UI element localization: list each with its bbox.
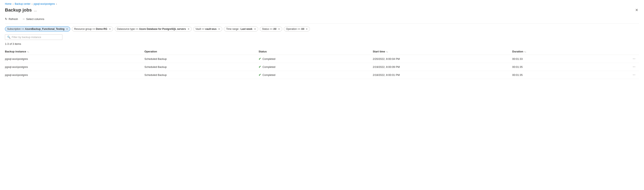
page-title: Backup jobs xyxy=(5,8,32,13)
col-header-start_time[interactable]: Start time↑↓ xyxy=(373,48,512,55)
col-header-duration[interactable]: Duration↑↓ xyxy=(512,48,601,55)
filter-chip-resource_group[interactable]: Resource group == Demo-RG✕ xyxy=(72,27,113,32)
row-more-icon[interactable]: ··· xyxy=(632,73,636,77)
toolbar: ↻ Refresh → Select columns xyxy=(5,17,639,24)
cell-duration: 00:01:35 xyxy=(512,63,601,71)
breadcrumb-sep-2: › xyxy=(32,3,32,5)
filter-chip-datasource_type[interactable]: Datasource type == Azure Database for Po… xyxy=(115,27,192,32)
cell-row-more[interactable]: ··· xyxy=(601,55,639,63)
col-header-actions xyxy=(601,48,639,55)
row-more-icon[interactable]: ··· xyxy=(632,65,636,69)
cell-instance: pgsql-wus\postgres xyxy=(5,63,144,71)
status-completed: ✔Completed xyxy=(258,73,370,77)
backup-jobs-table: Backup instance↑↓OperationStatusStart ti… xyxy=(5,48,639,79)
more-options-icon[interactable]: ... xyxy=(34,8,37,12)
filters-row: Subscription == AzureBackup_Functional_T… xyxy=(5,27,639,32)
refresh-button[interactable]: ↻ Refresh xyxy=(5,17,18,21)
cell-start_time: 2/20/2022, 8:00:04 PM xyxy=(373,55,512,63)
filter-chip-time_range[interactable]: Time range : Last week✕ xyxy=(224,27,258,32)
cell-status: ✔Completed xyxy=(258,55,373,63)
cell-duration: 00:01:33 xyxy=(512,55,601,63)
cell-start_time: 2/18/2022, 8:00:01 PM xyxy=(373,71,512,79)
status-completed-icon: ✔ xyxy=(258,57,261,61)
status-completed: ✔Completed xyxy=(258,65,370,69)
filter-chip-close-status[interactable]: ✕ xyxy=(278,28,280,31)
breadcrumb-sep-1: › xyxy=(13,3,14,5)
col-header-status: Status xyxy=(258,48,373,55)
table-row[interactable]: pgsql-wus\postgresScheduled Backup✔Compl… xyxy=(5,63,639,71)
cell-duration: 00:01:35 xyxy=(512,71,601,79)
select-columns-label: Select columns xyxy=(26,18,44,21)
breadcrumb-instance[interactable]: pgsql-wus\postgres xyxy=(34,3,55,5)
cell-instance: pgsql-wus\postgres xyxy=(5,71,144,79)
filter-chip-close-operation[interactable]: ✕ xyxy=(306,28,308,31)
close-button[interactable]: ✕ xyxy=(634,7,639,13)
col-header-operation: Operation xyxy=(144,48,258,55)
cell-instance: pgsql-wus\postgres xyxy=(5,55,144,63)
page-header: Backup jobs ... ✕ xyxy=(5,7,639,13)
page-header-left: Backup jobs ... xyxy=(5,8,37,13)
cell-status: ✔Completed xyxy=(258,71,373,79)
filter-chip-vault[interactable]: Vault == vault-wus✕ xyxy=(193,27,222,32)
status-completed: ✔Completed xyxy=(258,57,370,61)
refresh-icon: ↻ xyxy=(5,17,8,21)
sort-icon-instance: ↑↓ xyxy=(27,50,29,53)
filter-chip-subscription[interactable]: Subscription == AzureBackup_Functional_T… xyxy=(5,27,70,32)
cell-row-more[interactable]: ··· xyxy=(601,63,639,71)
item-count: 1-3 of 3 items xyxy=(5,42,639,46)
filter-chip-close-vault[interactable]: ✕ xyxy=(218,28,220,31)
breadcrumb: Home › Backup center › pgsql-wus\postgre… xyxy=(5,3,639,5)
cell-operation: Scheduled Backup xyxy=(144,55,258,63)
columns-icon: → xyxy=(22,17,25,21)
breadcrumb-backup-center[interactable]: Backup center xyxy=(15,3,30,5)
filter-chip-close-datasource_type[interactable]: ✕ xyxy=(188,28,190,31)
breadcrumb-sep-3: › xyxy=(56,3,57,5)
search-input[interactable] xyxy=(12,36,60,39)
sort-icon-start_time: ↑↓ xyxy=(386,50,388,53)
row-more-icon[interactable]: ··· xyxy=(632,57,636,61)
sort-icon-duration: ↑↓ xyxy=(524,50,526,53)
filter-chip-close-time_range[interactable]: ✕ xyxy=(254,28,256,31)
refresh-label: Refresh xyxy=(8,18,18,21)
table-row[interactable]: pgsql-wus\postgresScheduled Backup✔Compl… xyxy=(5,71,639,79)
col-header-instance[interactable]: Backup instance↑↓ xyxy=(5,48,144,55)
cell-operation: Scheduled Backup xyxy=(144,63,258,71)
status-completed-icon: ✔ xyxy=(258,65,261,69)
search-icon: 🔍 xyxy=(7,36,10,39)
filter-chip-status[interactable]: Status == All✕ xyxy=(260,27,282,32)
search-box[interactable]: 🔍 xyxy=(5,34,62,40)
status-completed-icon: ✔ xyxy=(258,73,261,77)
cell-row-more[interactable]: ··· xyxy=(601,71,639,79)
filter-chip-operation[interactable]: Operation == All✕ xyxy=(284,27,310,32)
breadcrumb-home[interactable]: Home xyxy=(5,3,12,5)
cell-status: ✔Completed xyxy=(258,63,373,71)
table-row[interactable]: pgsql-wus\postgresScheduled Backup✔Compl… xyxy=(5,55,639,63)
cell-start_time: 2/19/2022, 8:00:09 PM xyxy=(373,63,512,71)
cell-operation: Scheduled Backup xyxy=(144,71,258,79)
filter-chip-close-resource_group[interactable]: ✕ xyxy=(109,28,111,31)
filter-chip-close-subscription[interactable]: ✕ xyxy=(66,28,68,31)
select-columns-button[interactable]: → Select columns xyxy=(22,17,44,21)
